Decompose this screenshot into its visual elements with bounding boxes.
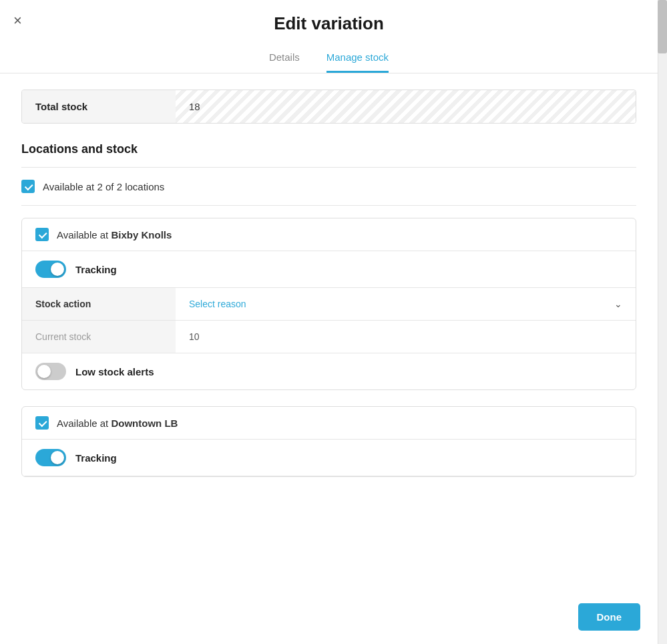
locations-section-title: Locations and stock: [21, 142, 636, 156]
locations-available-row: Available at 2 of 2 locations: [21, 168, 636, 205]
done-button[interactable]: Done: [578, 603, 641, 631]
downtown-tracking-row: Tracking: [22, 440, 636, 476]
bixby-low-stock-knob: [37, 365, 51, 378]
tab-manage-stock[interactable]: Manage stock: [326, 45, 389, 73]
scrollbar-track[interactable]: [658, 0, 667, 644]
downtown-checkbox[interactable]: [35, 416, 49, 430]
divider-bottom: [21, 205, 636, 206]
bixby-current-stock-value: 10: [176, 321, 636, 353]
total-stock-row: Total stock 18: [21, 90, 636, 124]
bixby-tracking-knob: [51, 263, 64, 276]
bixby-tracking-label: Tracking: [75, 264, 117, 275]
downtown-tracking-toggle[interactable]: [35, 449, 66, 466]
bixby-low-stock-toggle[interactable]: [35, 363, 66, 380]
bixby-knolls-card: Available at Bixby Knolls Tracking Stock…: [21, 218, 636, 390]
bixby-tracking-toggle[interactable]: [35, 261, 66, 278]
bixby-current-stock-row: Current stock 10: [22, 321, 636, 353]
modal-title: Edit variation: [27, 13, 631, 45]
bixby-low-stock-row: Low stock alerts: [22, 353, 636, 389]
downtown-available-label: Available at Downtown LB: [57, 418, 178, 429]
chevron-down-icon: ⌄: [614, 299, 622, 309]
bixby-tracking-row: Tracking: [22, 251, 636, 288]
tabs: Details Manage stock: [27, 45, 631, 73]
tab-details[interactable]: Details: [269, 45, 300, 73]
downtown-header-row: Available at Downtown LB: [22, 407, 636, 440]
close-button[interactable]: ×: [13, 13, 22, 28]
bixby-stock-action-row: Stock action Select reason ⌄: [22, 288, 636, 321]
locations-checkbox[interactable]: [21, 180, 35, 193]
scrollbar-thumb[interactable]: [658, 0, 667, 53]
downtown-lb-card: Available at Downtown LB Tracking: [21, 406, 636, 477]
locations-available-label: Available at 2 of 2 locations: [43, 181, 164, 192]
bixby-stock-action-select[interactable]: Select reason ⌄: [176, 288, 636, 320]
total-stock-label: Total stock: [22, 90, 176, 123]
bixby-available-label: Available at Bixby Knolls: [57, 229, 172, 240]
downtown-tracking-knob: [51, 451, 64, 464]
done-btn-container: Done: [578, 603, 641, 631]
bixby-low-stock-label: Low stock alerts: [75, 366, 154, 377]
bixby-stock-action-label: Stock action: [22, 288, 176, 320]
bixby-checkbox[interactable]: [35, 228, 49, 241]
total-stock-value: 18: [176, 90, 636, 123]
bixby-header-row: Available at Bixby Knolls: [22, 218, 636, 251]
downtown-tracking-label: Tracking: [75, 452, 117, 464]
bixby-current-stock-label: Current stock: [22, 321, 176, 353]
modal-content: Total stock 18 Locations and stock Avail…: [0, 73, 658, 546]
